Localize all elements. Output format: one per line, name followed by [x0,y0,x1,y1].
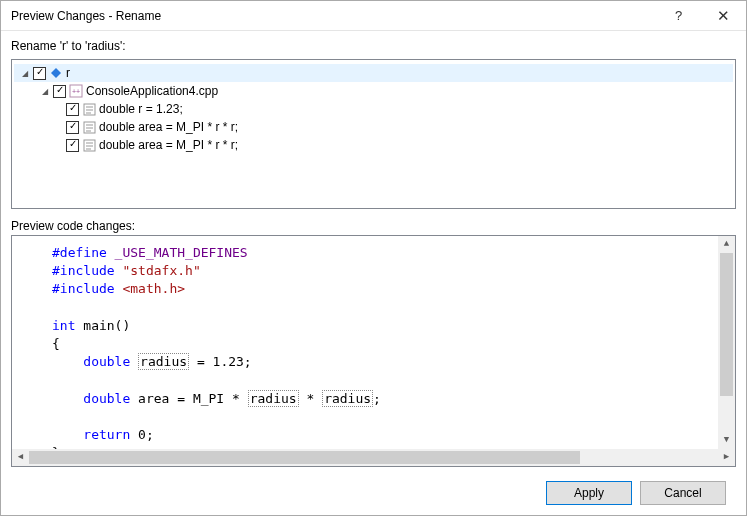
tree-item-row[interactable]: double area = M_PI * r * r; [14,118,733,136]
preview-label: Preview code changes: [11,219,736,233]
code-content: #define _USE_MATH_DEFINES #include "stda… [52,244,727,462]
tree-item-label: double area = M_PI * r * r; [99,120,238,134]
button-row: Apply Cancel [11,471,736,515]
cancel-button[interactable]: Cancel [640,481,726,505]
titlebar: Preview Changes - Rename ? ✕ [1,1,746,31]
expander-icon[interactable] [40,86,50,96]
tree-item-label: double r = 1.23; [99,102,183,116]
vertical-scrollbar[interactable]: ▲ ▼ [718,236,735,449]
scroll-thumb[interactable] [29,451,580,464]
scroll-right-arrow[interactable]: ▶ [718,449,735,466]
checkbox[interactable] [33,67,46,80]
scroll-thumb[interactable] [720,253,733,396]
changes-tree[interactable]: r ++ ConsoleApplication4.cpp double r = … [11,59,736,209]
checkbox[interactable] [66,139,79,152]
svg-text:++: ++ [72,88,80,95]
dialog-content: Rename 'r' to 'radius': r ++ ConsoleAppl… [1,31,746,515]
checkbox[interactable] [66,121,79,134]
svg-marker-0 [51,68,61,78]
tree-item-row[interactable]: double area = M_PI * r * r; [14,136,733,154]
tree-file-row[interactable]: ++ ConsoleApplication4.cpp [14,82,733,100]
code-line-icon [82,102,96,116]
tree-item-label: double area = M_PI * r * r; [99,138,238,152]
horizontal-scrollbar[interactable]: ◀ ▶ [12,449,735,466]
tree-item-row[interactable]: double r = 1.23; [14,100,733,118]
scroll-down-arrow[interactable]: ▼ [718,432,735,449]
tree-root-label: r [66,66,70,80]
tree-file-label: ConsoleApplication4.cpp [86,84,218,98]
checkbox[interactable] [53,85,66,98]
checkbox[interactable] [66,103,79,116]
close-button[interactable]: ✕ [701,1,746,30]
tree-root-row[interactable]: r [14,64,733,82]
scroll-left-arrow[interactable]: ◀ [12,449,29,466]
scroll-track[interactable] [718,253,735,432]
apply-button[interactable]: Apply [546,481,632,505]
scroll-track[interactable] [29,449,718,466]
code-line-icon [82,138,96,152]
help-button[interactable]: ? [656,1,701,30]
code-preview[interactable]: #define _USE_MATH_DEFINES #include "stda… [11,235,736,467]
code-line-icon [82,120,96,134]
symbol-icon [49,66,63,80]
rename-label: Rename 'r' to 'radius': [11,39,736,53]
scroll-up-arrow[interactable]: ▲ [718,236,735,253]
expander-icon[interactable] [20,68,30,78]
cpp-file-icon: ++ [69,84,83,98]
window-title: Preview Changes - Rename [11,9,656,23]
